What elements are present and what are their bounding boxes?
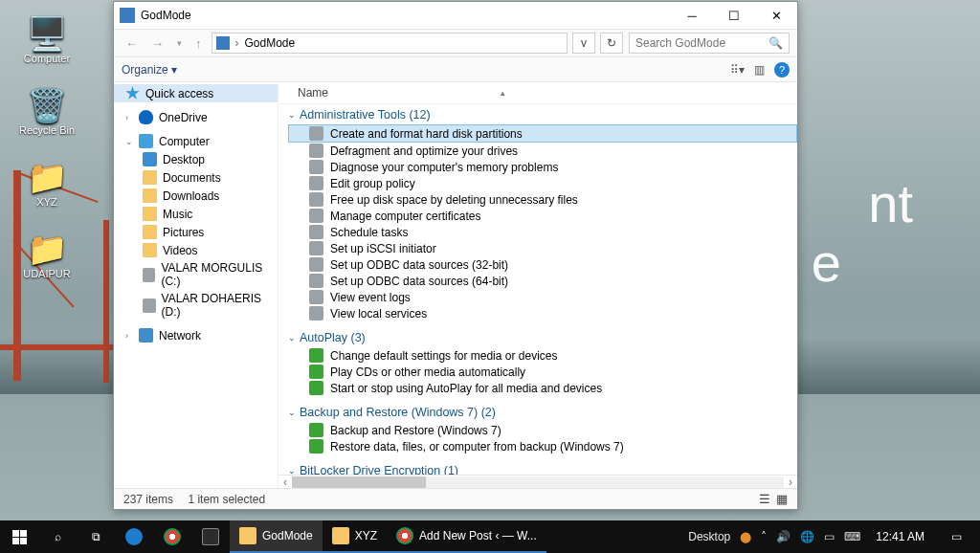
desktop-icon-udaipur[interactable]: 📁 UDAIPUR: [10, 230, 84, 279]
list-item[interactable]: Set up ODBC data sources (64-bit): [288, 273, 797, 289]
list-item[interactable]: Restore data, files, or computer from ba…: [288, 438, 797, 454]
sidebar-item-onedrive[interactable]: ›OneDrive: [114, 108, 278, 126]
list-item[interactable]: Start or stop using AutoPlay for all med…: [288, 380, 797, 396]
tool-icon: [309, 209, 323, 223]
list-item[interactable]: Defragment and optimize your drives: [288, 143, 797, 159]
view-options-button[interactable]: ⠿▾: [730, 63, 745, 77]
backup-icon: [309, 423, 323, 437]
computer-icon: 🖥️: [10, 14, 84, 53]
tray-overflow[interactable]: ˄: [761, 530, 767, 543]
tool-icon: [309, 274, 323, 288]
list-item[interactable]: Change default settings for media or dev…: [288, 347, 797, 364]
command-bar: Organize ▾ ⠿▾ ▥ ?: [114, 57, 797, 82]
column-header-name[interactable]: Name▴: [278, 82, 797, 104]
list-item[interactable]: Manage computer certificates: [288, 208, 797, 224]
taskview-button[interactable]: ⧉: [77, 520, 115, 553]
address-drop[interactable]: v: [572, 33, 595, 54]
sidebar-item-desktop[interactable]: Desktop: [114, 150, 278, 168]
taskbar-chrome[interactable]: [153, 520, 191, 553]
view-large-button[interactable]: ▦: [776, 492, 788, 506]
search-icon: 🔍: [768, 36, 783, 50]
titlebar[interactable]: GodMode ─ ☐ ✕: [114, 2, 797, 29]
tool-icon: [309, 176, 323, 190]
list-item[interactable]: Set up ODBC data sources (32-bit): [288, 256, 797, 273]
list-item[interactable]: Play CDs or other media automatically: [288, 364, 797, 380]
recent-drop[interactable]: ▾: [173, 38, 186, 48]
system-tray: Desktop ⬤ ˄ 🔊 🌐 ▭ ⌨ 12:41 AM ▭: [688, 520, 980, 553]
sidebar-item-music[interactable]: Music: [114, 205, 278, 223]
list-item[interactable]: Diagnose your computer's memory problems: [288, 159, 797, 175]
search-button[interactable]: ⌕: [38, 520, 77, 553]
refresh-button[interactable]: ↻: [600, 33, 623, 54]
app-icon: [120, 8, 135, 23]
tool-icon: [309, 241, 323, 255]
horizontal-scrollbar[interactable]: ‹ ›: [278, 475, 797, 488]
desktop-icon-xyz[interactable]: 📁 XYZ: [10, 158, 84, 208]
taskbar-item-addpost[interactable]: Add New Post ‹ — W...: [387, 520, 546, 553]
back-button[interactable]: ←: [122, 36, 142, 51]
clock[interactable]: 12:41 AM: [870, 530, 930, 543]
tool-icon: [309, 192, 323, 207]
start-button[interactable]: [0, 520, 38, 553]
minimize-button[interactable]: ─: [671, 2, 713, 29]
address-bar[interactable]: › GodMode: [212, 33, 568, 54]
list-item[interactable]: View local services: [288, 305, 797, 321]
taskbar-edge[interactable]: [115, 520, 153, 553]
tray-desktop-label[interactable]: Desktop: [688, 530, 730, 543]
sidebar-item-drive-d[interactable]: VALAR DOHAERIS (D:): [114, 290, 278, 321]
organize-button[interactable]: Organize ▾: [122, 63, 177, 77]
group-bitlocker[interactable]: ⌄BitLocker Drive Encryption (1): [288, 464, 797, 475]
item-list[interactable]: ⌄Administrative Tools (12) Create and fo…: [278, 104, 797, 475]
folder-icon: 📁: [10, 158, 84, 196]
list-item[interactable]: Set up iSCSI initiator: [288, 240, 797, 256]
action-center-button[interactable]: ▭: [940, 520, 972, 553]
forward-button[interactable]: →: [147, 36, 167, 51]
desktop-icon-label: Computer: [24, 53, 70, 64]
group-backup[interactable]: ⌄Backup and Restore (Windows 7) (2): [288, 406, 797, 419]
list-item[interactable]: Schedule tasks: [288, 224, 797, 240]
edge-icon: [125, 528, 143, 545]
group-autoplay[interactable]: ⌄AutoPlay (3): [288, 331, 797, 344]
tool-icon: [309, 257, 323, 272]
sidebar-item-videos[interactable]: Videos: [114, 241, 278, 259]
music-icon: [143, 207, 157, 221]
list-item[interactable]: Edit group policy: [288, 175, 797, 191]
sidebar-item-documents[interactable]: Documents: [114, 168, 278, 187]
folder-icon: [332, 527, 349, 544]
network-icon[interactable]: 🌐: [800, 530, 814, 543]
taskbar-store[interactable]: [191, 520, 230, 553]
group-admin[interactable]: ⌄Administrative Tools (12): [288, 108, 797, 122]
battery-icon[interactable]: ▭: [824, 530, 835, 543]
sidebar-item-computer[interactable]: ⌄Computer: [114, 132, 278, 150]
sidebar-item-network[interactable]: ›Network: [114, 326, 278, 344]
taskbar-item-xyz[interactable]: XYZ: [323, 520, 387, 553]
search-input[interactable]: [635, 36, 760, 50]
volume-icon[interactable]: 🔊: [776, 530, 791, 543]
view-details-button[interactable]: ☰: [759, 492, 770, 506]
help-button[interactable]: ?: [774, 62, 790, 77]
list-item[interactable]: Backup and Restore (Windows 7): [288, 422, 797, 438]
taskbar: ⌕ ⧉ GodMode XYZ Add New Post ‹ — W... De…: [0, 520, 980, 553]
sidebar-item-downloads[interactable]: Downloads: [114, 187, 278, 205]
up-button[interactable]: ↑: [191, 36, 206, 51]
desktop-icon-label: UDAIPUR: [23, 268, 71, 279]
folder-icon: [239, 527, 256, 544]
taskbar-item-godmode[interactable]: GodMode: [230, 520, 323, 553]
list-item[interactable]: View event logs: [288, 289, 797, 305]
close-button[interactable]: ✕: [755, 2, 797, 29]
computer-icon: [139, 134, 153, 148]
sidebar-item-quickaccess[interactable]: Quick access: [114, 84, 278, 102]
sidebar-item-drive-c[interactable]: VALAR MORGULIS (C:): [114, 259, 278, 290]
location-icon: [216, 36, 230, 50]
videos-icon: [143, 243, 157, 257]
list-item[interactable]: Free up disk space by deleting unnecessa…: [288, 191, 797, 208]
preview-pane-button[interactable]: ▥: [754, 63, 765, 77]
desktop-icon-recyclebin[interactable]: 🗑️ Recycle Bin: [10, 86, 84, 136]
status-bar: 237 items 1 item selected ☰ ▦: [114, 488, 797, 509]
desktop-icon-computer[interactable]: 🖥️ Computer: [10, 14, 84, 64]
list-item[interactable]: Create and format hard disk partitions: [288, 124, 797, 143]
keyboard-icon[interactable]: ⌨: [844, 530, 860, 543]
maximize-button[interactable]: ☐: [713, 2, 755, 29]
search-box[interactable]: 🔍: [629, 33, 790, 54]
sidebar-item-pictures[interactable]: Pictures: [114, 223, 278, 241]
